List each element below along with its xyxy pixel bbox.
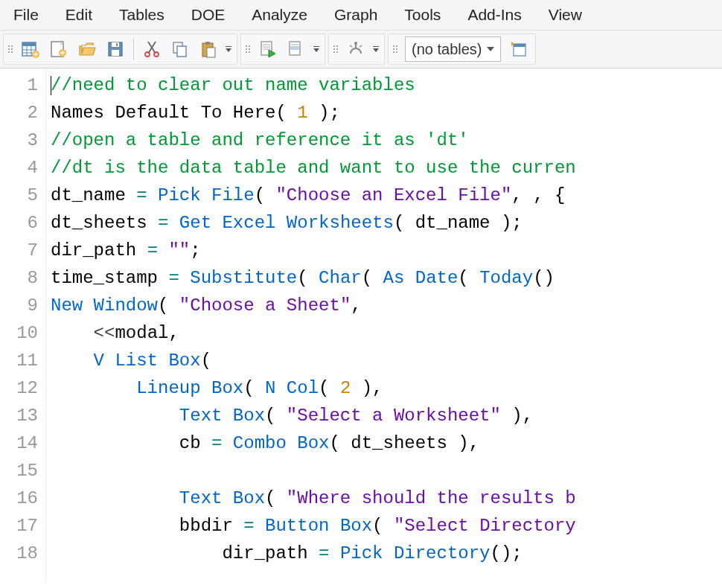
menu-tables[interactable]: Tables [106, 1, 178, 28]
code-line[interactable]: <<modal, [51, 319, 722, 347]
code-line[interactable]: dt_name = Pick File( "Choose an Excel Fi… [51, 182, 722, 209]
token-func: Get Excel Worksheets [179, 213, 394, 233]
insert-table-icon[interactable] [505, 36, 532, 63]
token-ident [168, 213, 179, 233]
token-ident: dir_path [51, 543, 319, 563]
code-line[interactable]: cb = Combo Box( dt_sheets ), [51, 429, 722, 457]
table-selector-dropdown[interactable]: (no tables) [405, 36, 501, 62]
token-func: Combo Box [233, 433, 330, 453]
menu-view[interactable]: View [535, 1, 595, 28]
token-ident [51, 406, 179, 426]
toolbar-overflow-icon[interactable] [371, 36, 381, 63]
token-func: Pick Directory [340, 543, 491, 563]
code-area[interactable]: //need to clear out name variablesNames … [46, 68, 722, 582]
run-script-icon[interactable] [255, 36, 281, 63]
svg-point-19 [354, 42, 357, 45]
code-line[interactable]: time_stamp = Substitute( Char( As Date( … [51, 264, 722, 292]
line-number: 17 [3, 512, 38, 540]
token-ident: ( [158, 295, 179, 316]
token-string: "Select a Worksheet" [287, 406, 501, 426]
token-func: V List Box [94, 351, 201, 371]
token-ident: ( [458, 268, 479, 288]
code-line[interactable]: V List Box( [51, 347, 722, 374]
toolbar-overflow-icon[interactable] [223, 36, 234, 63]
svg-rect-15 [207, 48, 215, 57]
token-ident: ( [275, 103, 297, 123]
code-line[interactable]: dt_sheets = Get Excel Worksheets( dt_nam… [51, 209, 722, 237]
token-ident [51, 351, 94, 371]
toolbar-group-debug [328, 33, 385, 65]
token-ident: ( dt_name ); [394, 213, 523, 233]
menu-doe[interactable]: DOE [178, 1, 239, 28]
code-line[interactable]: Text Box( "Select a Worksheet" ), [51, 402, 722, 429]
token-ident: ( [265, 406, 287, 426]
token-ident: bbdir [51, 516, 243, 536]
token-op: = [158, 213, 168, 233]
token-ident: ( [243, 378, 265, 398]
code-line[interactable]: dir_path = ""; [51, 237, 722, 264]
code-line[interactable]: dir_path = Pick Directory(); [51, 540, 722, 567]
run-selection-icon[interactable] [283, 36, 310, 63]
code-line[interactable]: Text Box( "Where should the results b [51, 485, 722, 512]
token-string: "Where should the results b [287, 488, 576, 508]
chevron-down-icon [487, 47, 494, 51]
paste-icon[interactable] [195, 36, 222, 63]
code-line[interactable]: Names Default To Here( 1 ); [51, 99, 722, 127]
token-ident [255, 516, 265, 536]
toolbar-grip-icon[interactable] [332, 45, 338, 53]
save-icon[interactable] [102, 36, 129, 63]
token-func: Substitute [190, 268, 297, 288]
toolbar-grip-icon[interactable] [7, 45, 13, 53]
toolbar-grip-icon[interactable] [392, 45, 397, 53]
code-line[interactable]: Lineup Box( N Col( 2 ), [51, 374, 722, 402]
token-ident: ( [362, 268, 383, 288]
token-ident: , , { [511, 185, 565, 205]
menu-addins[interactable]: Add-Ins [454, 1, 534, 28]
open-icon[interactable] [74, 36, 100, 63]
toolbar-grip-icon[interactable] [244, 45, 250, 53]
token-func: Char [319, 268, 362, 288]
token-func: Today [479, 268, 533, 288]
toolbar: (no tables) [0, 31, 722, 68]
menu-edit[interactable]: Edit [52, 1, 106, 28]
code-line[interactable]: New Window( "Choose a Sheet", [51, 292, 722, 319]
line-number: 11 [3, 347, 38, 374]
code-line[interactable]: //dt is the data table and want to use t… [51, 154, 722, 182]
menu-graph[interactable]: Graph [321, 1, 391, 28]
line-number: 5 [3, 182, 38, 209]
toolbar-overflow-icon[interactable] [311, 36, 322, 63]
code-line[interactable] [51, 457, 722, 485]
token-func: N Col [265, 378, 319, 398]
line-number: 15 [3, 457, 38, 485]
code-line[interactable]: //open a table and reference it as 'dt' [51, 127, 722, 154]
code-editor[interactable]: 123456789101112131415161718 //need to cl… [0, 68, 722, 582]
line-number: 4 [3, 154, 38, 182]
svg-rect-7 [112, 50, 119, 56]
debug-icon[interactable] [342, 36, 369, 63]
token-func: Button Box [265, 516, 372, 536]
token-ident: (); [491, 543, 523, 563]
menu-file[interactable]: File [0, 1, 52, 28]
token-ident: ( [319, 378, 340, 398]
token-ident [51, 488, 179, 508]
cut-icon[interactable] [138, 36, 165, 63]
svg-rect-18 [290, 46, 299, 50]
menu-analyze[interactable]: Analyze [238, 1, 321, 28]
code-line[interactable]: bbdir = Button Box( "Select Directory [51, 512, 722, 540]
token-ident: ( [372, 516, 394, 536]
token-ident: modal, [115, 323, 179, 343]
new-table-icon[interactable] [17, 36, 44, 63]
toolbar-group-tables: (no tables) [388, 33, 536, 65]
token-string: "Choose a Sheet" [179, 295, 351, 316]
token-ident: cb [51, 433, 211, 453]
copy-icon[interactable] [167, 36, 194, 63]
line-number: 18 [3, 540, 38, 567]
token-ident: dir_path [51, 240, 147, 261]
line-number: 10 [3, 319, 38, 347]
token-comment: //open a table and reference it as 'dt' [51, 130, 469, 150]
code-line[interactable]: //need to clear out name variables [51, 71, 722, 99]
menu-tools[interactable]: Tools [391, 1, 454, 28]
token-ident [158, 240, 168, 261]
new-script-icon[interactable] [45, 36, 72, 63]
token-ident: , [351, 295, 361, 316]
